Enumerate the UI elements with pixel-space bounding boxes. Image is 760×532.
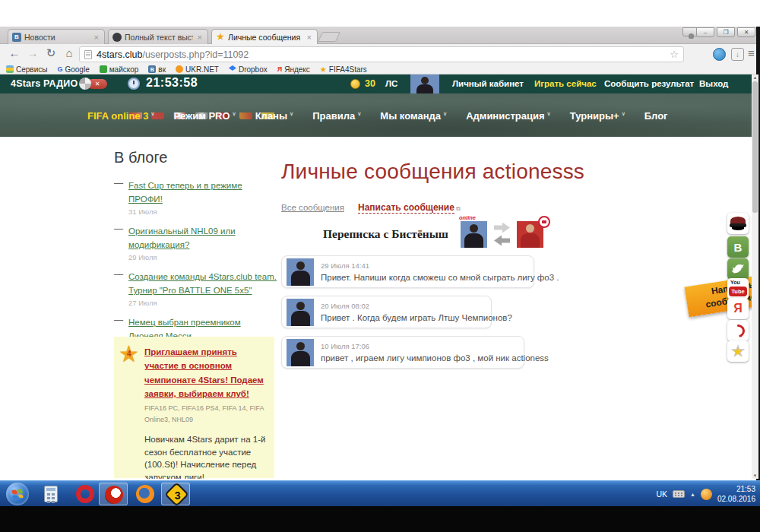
tab-close-icon[interactable]: ×: [93, 33, 100, 42]
tab-close-icon[interactable]: ×: [306, 33, 313, 42]
tray-expand-icon[interactable]: ▲: [690, 492, 695, 497]
tab-close-icon[interactable]: ×: [196, 33, 204, 42]
taskbar-firefox[interactable]: [131, 483, 160, 505]
officer-cap-icon[interactable]: [727, 213, 749, 234]
page-scrollbar[interactable]: ▲ ▼: [752, 74, 758, 479]
menu-item-rezhim-pro[interactable]: Режим PRO∨: [174, 110, 236, 122]
play-now-link[interactable]: Играть сейчас: [534, 79, 597, 88]
cabinet-link[interactable]: Личный кабинет: [452, 79, 524, 88]
taskbar-opera[interactable]: [71, 483, 100, 505]
menu-item-pravila[interactable]: Правила∨: [312, 110, 361, 122]
new-tab-button[interactable]: [318, 32, 340, 42]
tab-label: Личные сообщения actio: [228, 33, 302, 42]
chrome-menu-icon[interactable]: ≡: [748, 46, 755, 59]
language-indicator[interactable]: UK: [656, 489, 667, 499]
yandex-icon: Я: [277, 65, 282, 73]
blog-post: — Fast Cup теперь и в режиме ПРОФИ! 31 И…: [114, 178, 277, 222]
taskbar-app3-active[interactable]: 3: [161, 483, 190, 505]
logout-link[interactable]: Выход: [699, 79, 728, 88]
partner-avatar[interactable]: [517, 221, 543, 248]
extension-blue-icon[interactable]: [713, 48, 726, 61]
menu-item-administracia[interactable]: Администрация∨: [466, 110, 551, 122]
bookmark-yandex[interactable]: Я Яндекс: [277, 65, 310, 74]
menu-item-turniry[interactable]: Турниры+∨: [570, 110, 625, 122]
bookmark-vk[interactable]: В вк: [148, 65, 166, 74]
boot-swoosh: [729, 321, 747, 340]
restore-button[interactable]: ❐: [717, 27, 735, 37]
arrow-right-icon: [494, 223, 510, 233]
menu-label: Режим PRO: [174, 110, 230, 122]
all-messages-link[interactable]: Все сообщения: [281, 203, 344, 212]
keyboard-icon[interactable]: [673, 490, 685, 498]
tab-fulltext[interactable]: Полный текст выступ ×: [108, 29, 208, 44]
address-bar[interactable]: 4stars.club /userposts.php?id=11092 ☆: [79, 46, 684, 62]
star-digit: 4: [127, 350, 131, 358]
start-button[interactable]: [6, 483, 29, 505]
refresh-button[interactable]: ↻: [43, 46, 59, 60]
close-button[interactable]: ✕: [737, 27, 755, 37]
blog-post-link[interactable]: Оригинальный NHL09 или модификация?: [128, 226, 236, 249]
user-avatar[interactable]: [410, 74, 439, 93]
menu-item-blog[interactable]: Блог: [644, 110, 668, 122]
4stars-social-icon[interactable]: ★ ★: [727, 340, 749, 362]
blog-post-link[interactable]: Создание команды 4Stars.club team. Турни…: [128, 272, 277, 295]
url-domain: 4stars.club: [97, 49, 142, 60]
vk-social-icon[interactable]: В: [727, 236, 749, 258]
tab-label: Полный текст выступ: [125, 33, 193, 42]
main-menu: FIFA online 3∨ Режим PRO∨ Кланы∨ Правила…: [87, 110, 668, 122]
taskbar-calculator[interactable]: [36, 483, 65, 505]
bookmark-label: UKR.NET: [185, 65, 219, 74]
4stars-star-icon: ★ 4: [119, 343, 141, 366]
promo-platforms: FIFA16 PC, FIFA16 PS4, FIFA 14, FIFA Onl…: [144, 403, 268, 425]
bookmark-dropbox[interactable]: Dropbox: [229, 65, 268, 74]
bookmark-ukrnet[interactable]: UKR.NET: [176, 65, 219, 74]
tray-orange-app-icon[interactable]: [701, 489, 712, 500]
tray-clock[interactable]: 21:53 02.08.2016: [717, 484, 755, 505]
bookmark-star-icon[interactable]: ☆: [670, 49, 679, 60]
site-header: 4Stars РАДИО ✕ 21:53:58 30 ЛС Личный каб…: [0, 74, 752, 93]
scrollbar-thumb[interactable]: [752, 81, 758, 213]
tray-time: 21:53: [717, 484, 755, 495]
radio-player-control[interactable]: ✕: [79, 78, 107, 90]
football-boot-icon[interactable]: [727, 320, 749, 341]
bookmark-label: Яндекс: [284, 65, 310, 74]
menu-item-klany[interactable]: Кланы∨: [255, 110, 294, 122]
twitter-icon[interactable]: [727, 258, 749, 280]
blog-post-link[interactable]: Fast Cup теперь и в режиме ПРОФИ!: [128, 181, 242, 204]
conversation-header: Переписка с Бистёныш online: [323, 220, 600, 249]
menu-label: Правила: [312, 110, 355, 122]
bookmark-google[interactable]: G Google: [57, 65, 89, 74]
promo-headline-link[interactable]: Приглашаем принять участие в основном че…: [144, 347, 264, 398]
report-result-link[interactable]: Сообщить результат: [604, 79, 694, 88]
menu-item-fifa-online-3[interactable]: FIFA online 3∨: [87, 110, 155, 122]
sender-avatar[interactable]: [287, 258, 314, 286]
scroll-down-icon[interactable]: ▼: [752, 473, 758, 478]
back-button[interactable]: ←: [6, 46, 23, 59]
youtube-icon[interactable]: You Tube: [727, 278, 749, 299]
club-badge-icon: [538, 216, 550, 228]
forward-button[interactable]: →: [24, 46, 41, 59]
menu-item-my-komanda[interactable]: Мы команда∨: [380, 110, 447, 122]
sender-avatar[interactable]: [287, 339, 314, 366]
clock-icon: [128, 78, 140, 90]
write-message-link[interactable]: Написать сообщение: [358, 202, 454, 214]
taskbar-red-app-active[interactable]: [99, 483, 128, 505]
dropbox-icon: [229, 65, 236, 73]
scroll-up-icon[interactable]: ▲: [752, 75, 758, 80]
download-extension-icon[interactable]: ↓: [731, 48, 744, 61]
private-messages-link[interactable]: ЛС: [385, 79, 397, 88]
dash-bullet: —: [114, 178, 123, 222]
bookmark-fifa4stars[interactable]: ★ FIFA4Stars: [320, 65, 367, 74]
bookmark-myscore[interactable]: майскор: [100, 65, 139, 74]
exchange-arrows: [494, 223, 510, 246]
yandex-social-icon[interactable]: Я: [727, 298, 749, 319]
tab-news[interactable]: В Новости ×: [8, 29, 105, 44]
tab-private-messages[interactable]: ★ Личные сообщения actio ×: [211, 29, 318, 44]
bookmark-services[interactable]: Сервисы: [6, 65, 47, 74]
own-avatar[interactable]: online: [461, 221, 487, 248]
bookmark-label: вк: [158, 65, 166, 74]
minimize-button[interactable]: –: [696, 27, 714, 37]
bookmarks-bar: Сервисы G Google майскор В вк UKR.NET Dr…: [0, 65, 760, 74]
home-button[interactable]: ⌂: [61, 46, 78, 59]
sender-avatar[interactable]: [287, 299, 314, 326]
